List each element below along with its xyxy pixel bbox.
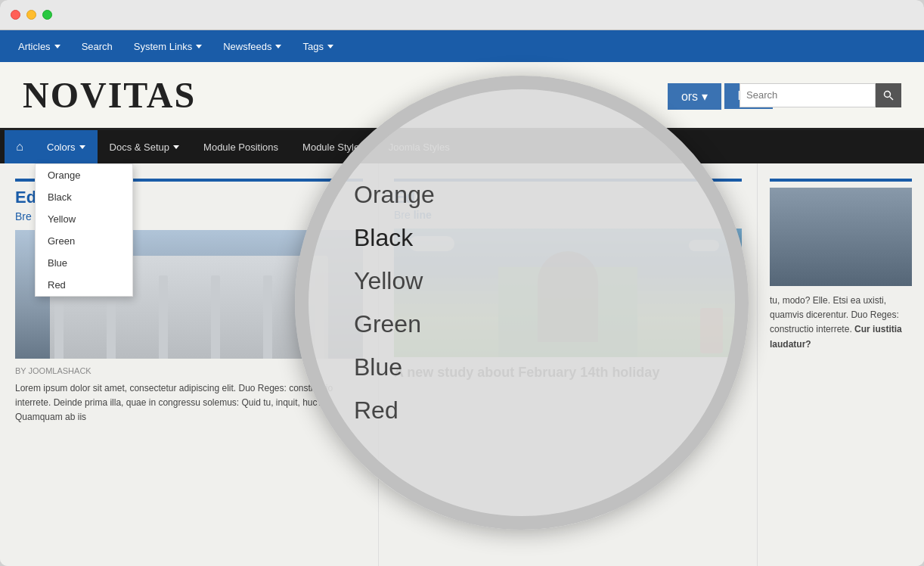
color-option-green[interactable]: Green: [36, 230, 132, 252]
nav-item-articles[interactable]: Articles: [8, 30, 71, 62]
partial-nav-colors: ors ▾: [668, 83, 721, 110]
minimize-button[interactable]: [26, 10, 36, 20]
maximize-button[interactable]: [42, 10, 52, 20]
mag-color-black[interactable]: Black: [354, 216, 690, 260]
nav-module-positions[interactable]: Module Positions: [191, 130, 290, 163]
color-option-black[interactable]: Black: [36, 186, 132, 208]
nav-item-tags[interactable]: Tags: [292, 30, 343, 62]
article-card-3: tu, modo? Elle. Etsi ea uxisti, quamvis …: [758, 163, 924, 566]
colors-dropdown: Orange Black Yellow Green Blue Red: [35, 163, 133, 297]
nav-item-system-links[interactable]: System Links: [123, 30, 212, 62]
nav-item-search[interactable]: Search: [71, 30, 123, 62]
close-button[interactable]: [11, 10, 20, 20]
svg-line-1: [890, 97, 893, 100]
nav-docs-setup[interactable]: Docs & Setup: [98, 130, 192, 163]
color-option-red[interactable]: Red: [36, 274, 132, 296]
caret-icon: [54, 45, 60, 48]
nav-item-newsfeeds[interactable]: Newsfeeds: [212, 30, 292, 62]
search-icon: [883, 90, 894, 101]
caret-icon: [327, 45, 333, 48]
caret-icon: [79, 145, 85, 149]
mag-color-orange[interactable]: Orange: [354, 173, 690, 216]
color-option-blue[interactable]: Blue: [36, 252, 132, 274]
caret-icon: [275, 45, 281, 48]
search-button[interactable]: [876, 83, 901, 107]
magnifier-overlay: Orange Black Yellow Green Blue Red: [295, 76, 749, 530]
article-text-3: tu, modo? Elle. Etsi ea uxisti, quamvis …: [770, 294, 912, 352]
color-option-orange[interactable]: Orange: [36, 164, 132, 186]
svg-point-0: [885, 91, 891, 97]
window-chrome: [0, 0, 924, 30]
mag-color-blue[interactable]: Blue: [354, 346, 690, 389]
traffic-lights: [11, 10, 52, 20]
magnifier-content: Orange Black Yellow Green Blue Red: [309, 143, 735, 462]
nav-colors[interactable]: Colors: [35, 130, 98, 163]
site-logo: NOVITAS: [23, 74, 196, 116]
blue-accent-bar: [770, 179, 912, 182]
caret-icon: [196, 45, 202, 48]
home-button[interactable]: ⌂: [5, 130, 35, 163]
mag-color-green[interactable]: Green: [354, 303, 690, 346]
article-image-3: [770, 188, 912, 286]
top-nav: Articles Search System Links Newsfeeds T…: [0, 30, 924, 62]
caret-icon: [173, 145, 179, 149]
site-search: [740, 83, 901, 107]
search-input[interactable]: [740, 83, 876, 107]
mag-color-red[interactable]: Red: [354, 389, 690, 432]
color-option-yellow[interactable]: Yellow: [36, 208, 132, 230]
browser-body: Articles Search System Links Newsfeeds T…: [0, 30, 924, 566]
mag-color-yellow[interactable]: Yellow: [354, 260, 690, 303]
